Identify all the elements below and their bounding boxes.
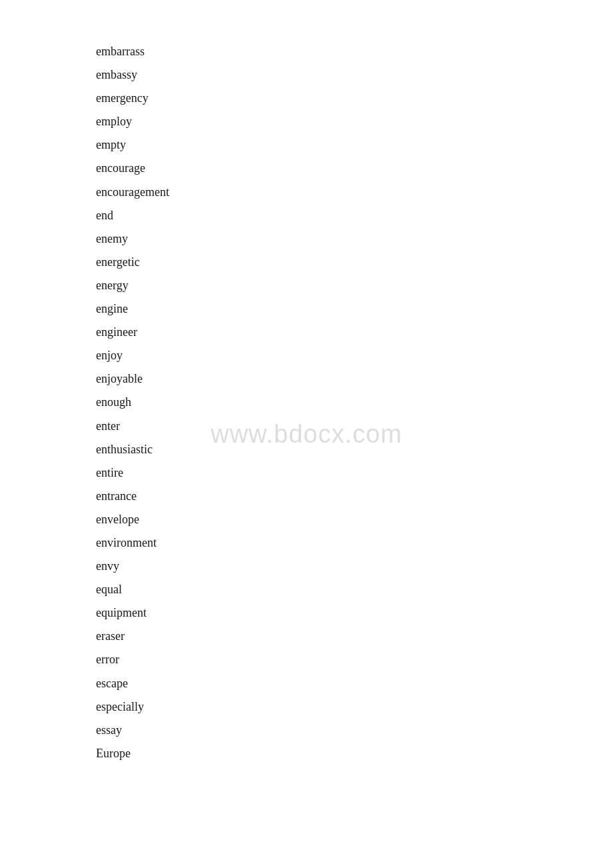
list-item: essay [96,719,613,742]
list-item: Europe [96,742,613,765]
word-list: embarrassembassyemergencyemployemptyenco… [0,0,613,805]
list-item: equipment [96,601,613,625]
list-item: error [96,648,613,671]
list-item: engine [96,297,613,321]
list-item: enthusiastic [96,438,613,461]
list-item: encourage [96,157,613,180]
list-item: emergency [96,87,613,110]
list-item: embassy [96,63,613,87]
list-item: envy [96,555,613,578]
list-item: equal [96,578,613,601]
list-item: eraser [96,625,613,648]
list-item: empty [96,133,613,157]
list-item: entrance [96,485,613,508]
list-item: enough [96,391,613,414]
list-item: especially [96,695,613,719]
list-item: enjoyable [96,367,613,391]
list-item: enjoy [96,344,613,367]
list-item: energy [96,274,613,297]
list-item: enter [96,415,613,438]
list-item: encouragement [96,181,613,204]
list-item: enemy [96,227,613,251]
list-item: escape [96,672,613,695]
list-item: entire [96,461,613,485]
list-item: embarrass [96,40,613,63]
list-item: employ [96,110,613,133]
list-item: energetic [96,251,613,274]
list-item: end [96,204,613,227]
list-item: envelope [96,508,613,531]
list-item: environment [96,531,613,555]
list-item: engineer [96,321,613,344]
